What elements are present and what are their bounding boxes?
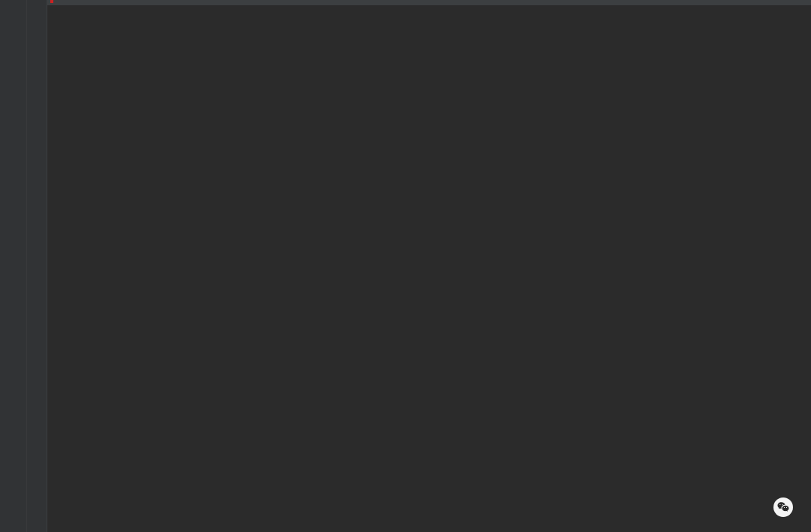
gutter-separator	[26, 0, 27, 532]
gutter[interactable]	[0, 0, 47, 532]
editor-area	[0, 0, 811, 532]
code-area[interactable]	[47, 0, 811, 532]
highlight-box	[50, 0, 53, 3]
